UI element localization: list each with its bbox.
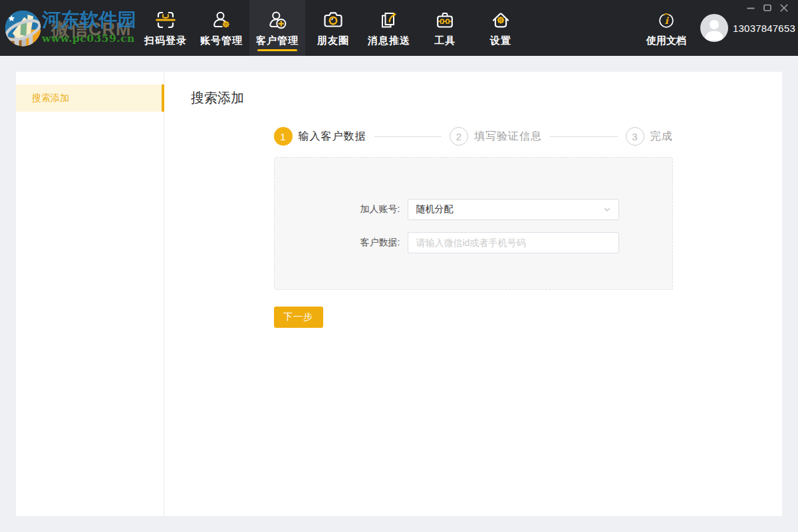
scan-login-icon bbox=[156, 10, 176, 30]
nav-label: 扫码登录 bbox=[144, 35, 187, 47]
nav-item-message-push[interactable]: 消息推送 bbox=[361, 0, 417, 56]
nav-label: 账号管理 bbox=[200, 35, 243, 47]
step-3: 3 完成 bbox=[626, 127, 673, 146]
globe-logo-icon bbox=[5, 10, 41, 47]
chevron-down-icon bbox=[602, 205, 612, 214]
customer-data-input[interactable] bbox=[408, 232, 619, 253]
nav-label: 设置 bbox=[490, 35, 511, 47]
user-avatar[interactable] bbox=[700, 14, 728, 42]
step-2-label: 填写验证信息 bbox=[474, 130, 542, 144]
page-title: 搜索添加 bbox=[191, 88, 782, 107]
account-select-value: 随机分配 bbox=[416, 203, 454, 215]
docs-label: 使用文档 bbox=[646, 35, 686, 47]
nav-label: 朋友圈 bbox=[317, 35, 349, 47]
close-icon bbox=[778, 2, 790, 14]
form-row-customer-data: 客户数据: bbox=[275, 232, 672, 253]
step-3-label: 完成 bbox=[650, 130, 673, 144]
sidebar-item-label: 搜索添加 bbox=[32, 92, 69, 104]
minimize-icon bbox=[745, 2, 757, 14]
topbar: 微信CRM 河东软件园 www.pc0359.cn 扫码登录 bbox=[0, 0, 798, 56]
info-doc-icon: i bbox=[657, 11, 676, 29]
step-indicator: 1 输入客户数据 2 填写验证信息 3 完成 bbox=[274, 127, 673, 146]
step-2-number: 2 bbox=[450, 127, 468, 146]
toolbox-icon bbox=[435, 10, 455, 30]
step-connector bbox=[374, 136, 442, 137]
customer-data-field-label: 客户数据: bbox=[275, 237, 408, 249]
account-field-label: 加人账号: bbox=[275, 203, 408, 215]
close-button[interactable] bbox=[775, 2, 792, 14]
nav-item-account-management[interactable]: 账号管理 bbox=[194, 0, 249, 56]
nav-item-settings[interactable]: 设置 bbox=[473, 0, 529, 56]
step-1-label: 输入客户数据 bbox=[299, 130, 366, 144]
form-panel: 加人账号: 随机分配 客户数据: bbox=[274, 157, 673, 290]
customer-add-icon bbox=[267, 10, 287, 30]
nav-item-moments[interactable]: 朋友圈 bbox=[305, 0, 361, 56]
window-controls bbox=[742, 2, 792, 14]
content: 搜索添加 1 输入客户数据 2 填写验证信息 3 完成 bbox=[164, 72, 782, 516]
minimize-button[interactable] bbox=[742, 2, 759, 14]
next-step-button[interactable]: 下一步 bbox=[274, 307, 323, 328]
maximize-button[interactable] bbox=[759, 2, 775, 14]
nav-item-scan-login[interactable]: 扫码登录 bbox=[138, 0, 194, 56]
nav-label: 工具 bbox=[434, 35, 456, 47]
form-row-account: 加人账号: 随机分配 bbox=[275, 199, 672, 220]
nav-label: 消息推送 bbox=[368, 35, 410, 47]
account-phone-number: 13037847653 bbox=[733, 23, 795, 34]
home-gear-icon bbox=[491, 10, 511, 30]
camera-icon bbox=[323, 10, 343, 30]
account-select[interactable]: 随机分配 bbox=[408, 199, 619, 220]
site-logo bbox=[5, 10, 41, 47]
step-1: 1 输入客户数据 bbox=[274, 127, 366, 146]
share-arrow-icon bbox=[379, 10, 399, 30]
step-3-number: 3 bbox=[626, 127, 644, 146]
svg-text:i: i bbox=[665, 15, 670, 26]
content-panel: 搜索添加 搜索添加 1 输入客户数据 2 填写验证信息 bbox=[16, 72, 782, 516]
avatar-icon bbox=[700, 14, 728, 42]
nav-item-tools[interactable]: 工具 bbox=[417, 0, 473, 56]
step-2: 2 填写验证信息 bbox=[450, 127, 542, 146]
sidebar: 搜索添加 bbox=[16, 72, 164, 516]
docs-button[interactable]: i 使用文档 bbox=[640, 0, 693, 56]
maximize-icon bbox=[761, 2, 773, 14]
watermark-site-name: 河东软件园 bbox=[42, 7, 137, 33]
nav-item-customer-management[interactable]: 客户管理 bbox=[249, 0, 305, 56]
sidebar-item-search-add[interactable]: 搜索添加 bbox=[16, 84, 164, 112]
step-1-number: 1 bbox=[274, 127, 293, 146]
main-area: 搜索添加 搜索添加 1 输入客户数据 2 填写验证信息 bbox=[0, 56, 798, 532]
account-gear-icon bbox=[211, 10, 231, 30]
main-nav: 扫码登录 bbox=[138, 0, 529, 56]
nav-label: 客户管理 bbox=[256, 35, 299, 47]
watermark-site-url: www.pc0359.cn bbox=[42, 32, 135, 45]
wizard: 1 输入客户数据 2 填写验证信息 3 完成 bbox=[274, 127, 673, 328]
step-connector bbox=[550, 136, 618, 137]
